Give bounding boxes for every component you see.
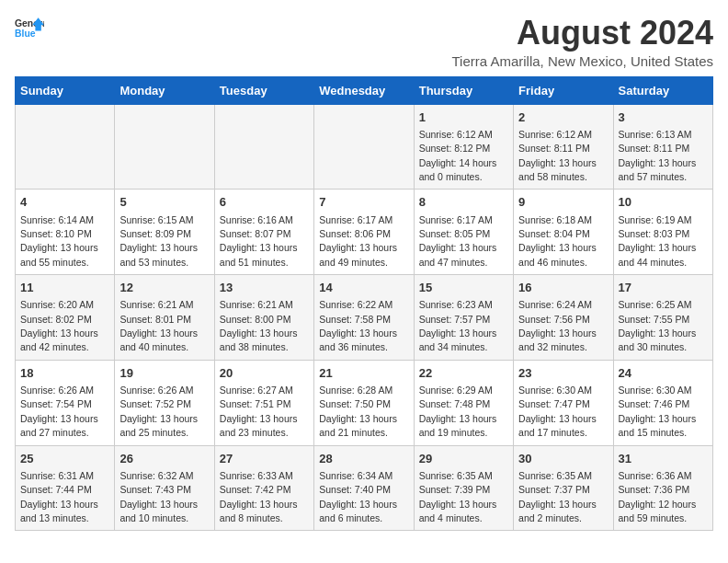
col-thursday: Thursday <box>414 76 513 104</box>
day-info: Sunrise: 6:19 AM Sunset: 8:03 PM Dayligh… <box>619 214 697 268</box>
table-row: 21Sunrise: 6:28 AM Sunset: 7:50 PM Dayli… <box>314 360 414 445</box>
day-info: Sunrise: 6:31 AM Sunset: 7:44 PM Dayligh… <box>20 470 98 523</box>
day-number: 23 <box>518 365 608 382</box>
day-number: 2 <box>518 109 608 126</box>
table-row: 28Sunrise: 6:34 AM Sunset: 7:40 PM Dayli… <box>314 445 414 531</box>
day-info: Sunrise: 6:32 AM Sunset: 7:43 PM Dayligh… <box>119 470 198 523</box>
table-row: 18Sunrise: 6:26 AM Sunset: 7:54 PM Dayli… <box>16 360 115 445</box>
table-row <box>115 104 214 190</box>
table-row: 26Sunrise: 6:32 AM Sunset: 7:43 PM Dayli… <box>115 445 214 531</box>
table-row: 15Sunrise: 6:23 AM Sunset: 7:57 PM Dayli… <box>414 275 513 361</box>
day-info: Sunrise: 6:30 AM Sunset: 7:47 PM Dayligh… <box>518 385 597 438</box>
table-row: 11Sunrise: 6:20 AM Sunset: 8:02 PM Dayli… <box>16 275 115 361</box>
day-number: 21 <box>319 365 408 382</box>
day-info: Sunrise: 6:23 AM Sunset: 7:57 PM Dayligh… <box>419 299 497 352</box>
table-row: 17Sunrise: 6:25 AM Sunset: 7:55 PM Dayli… <box>613 275 712 361</box>
day-number: 17 <box>619 280 708 296</box>
day-number: 8 <box>419 194 508 211</box>
page-title: August 2024 <box>451 15 713 52</box>
table-row: 10Sunrise: 6:19 AM Sunset: 8:03 PM Dayli… <box>613 190 712 275</box>
table-row: 2Sunrise: 6:12 AM Sunset: 8:11 PM Daylig… <box>514 104 613 190</box>
day-number: 27 <box>220 451 309 467</box>
table-row <box>16 104 115 190</box>
calendar-week-row: 18Sunrise: 6:26 AM Sunset: 7:54 PM Dayli… <box>16 360 713 445</box>
calendar-week-row: 4Sunrise: 6:14 AM Sunset: 8:10 PM Daylig… <box>16 190 713 275</box>
table-row: 25Sunrise: 6:31 AM Sunset: 7:44 PM Dayli… <box>16 445 115 531</box>
day-info: Sunrise: 6:12 AM Sunset: 8:11 PM Dayligh… <box>518 129 597 182</box>
day-number: 4 <box>20 194 109 211</box>
calendar-header-row: Sunday Monday Tuesday Wednesday Thursday… <box>16 76 713 104</box>
col-wednesday: Wednesday <box>314 76 414 104</box>
day-info: Sunrise: 6:21 AM Sunset: 8:01 PM Dayligh… <box>119 299 198 352</box>
day-info: Sunrise: 6:35 AM Sunset: 7:37 PM Dayligh… <box>518 470 597 523</box>
table-row: 8Sunrise: 6:17 AM Sunset: 8:05 PM Daylig… <box>414 190 513 275</box>
calendar-week-row: 1Sunrise: 6:12 AM Sunset: 8:12 PM Daylig… <box>16 104 713 190</box>
day-number: 15 <box>419 280 508 296</box>
table-row: 20Sunrise: 6:27 AM Sunset: 7:51 PM Dayli… <box>214 360 313 445</box>
day-number: 13 <box>220 280 309 296</box>
generalblue-logo-icon: General Blue <box>15 15 44 40</box>
day-number: 7 <box>319 194 408 211</box>
day-info: Sunrise: 6:22 AM Sunset: 7:58 PM Dayligh… <box>319 299 397 352</box>
day-info: Sunrise: 6:35 AM Sunset: 7:39 PM Dayligh… <box>419 470 497 523</box>
day-number: 3 <box>619 109 708 126</box>
day-number: 29 <box>419 451 508 467</box>
day-number: 6 <box>220 194 309 211</box>
day-info: Sunrise: 6:20 AM Sunset: 8:02 PM Dayligh… <box>20 299 98 352</box>
day-number: 12 <box>119 280 209 296</box>
day-info: Sunrise: 6:24 AM Sunset: 7:56 PM Dayligh… <box>518 299 597 352</box>
calendar-week-row: 25Sunrise: 6:31 AM Sunset: 7:44 PM Dayli… <box>16 445 713 531</box>
day-info: Sunrise: 6:13 AM Sunset: 8:11 PM Dayligh… <box>619 129 697 182</box>
day-info: Sunrise: 6:28 AM Sunset: 7:50 PM Dayligh… <box>319 385 397 438</box>
table-row: 24Sunrise: 6:30 AM Sunset: 7:46 PM Dayli… <box>613 360 712 445</box>
table-row: 19Sunrise: 6:26 AM Sunset: 7:52 PM Dayli… <box>115 360 214 445</box>
table-row: 12Sunrise: 6:21 AM Sunset: 8:01 PM Dayli… <box>115 275 214 361</box>
day-number: 31 <box>619 451 708 467</box>
day-info: Sunrise: 6:12 AM Sunset: 8:12 PM Dayligh… <box>419 129 497 182</box>
table-row: 3Sunrise: 6:13 AM Sunset: 8:11 PM Daylig… <box>613 104 712 190</box>
col-sunday: Sunday <box>16 76 115 104</box>
table-row: 4Sunrise: 6:14 AM Sunset: 8:10 PM Daylig… <box>16 190 115 275</box>
table-row: 30Sunrise: 6:35 AM Sunset: 7:37 PM Dayli… <box>514 445 613 531</box>
table-row: 31Sunrise: 6:36 AM Sunset: 7:36 PM Dayli… <box>613 445 712 531</box>
day-info: Sunrise: 6:17 AM Sunset: 8:05 PM Dayligh… <box>419 214 497 268</box>
table-row: 9Sunrise: 6:18 AM Sunset: 8:04 PM Daylig… <box>514 190 613 275</box>
col-friday: Friday <box>514 76 613 104</box>
day-info: Sunrise: 6:17 AM Sunset: 8:06 PM Dayligh… <box>319 214 397 268</box>
col-monday: Monday <box>115 76 214 104</box>
day-info: Sunrise: 6:26 AM Sunset: 7:54 PM Dayligh… <box>20 385 98 438</box>
day-number: 5 <box>119 194 209 211</box>
logo: General Blue <box>15 15 44 40</box>
table-row: 29Sunrise: 6:35 AM Sunset: 7:39 PM Dayli… <box>414 445 513 531</box>
day-number: 25 <box>20 451 109 467</box>
day-number: 22 <box>419 365 508 382</box>
calendar-week-row: 11Sunrise: 6:20 AM Sunset: 8:02 PM Dayli… <box>16 275 713 361</box>
day-info: Sunrise: 6:29 AM Sunset: 7:48 PM Dayligh… <box>419 385 497 438</box>
day-number: 1 <box>419 109 508 126</box>
day-number: 10 <box>619 194 708 211</box>
table-row: 16Sunrise: 6:24 AM Sunset: 7:56 PM Dayli… <box>514 275 613 361</box>
day-info: Sunrise: 6:30 AM Sunset: 7:46 PM Dayligh… <box>619 385 697 438</box>
day-number: 9 <box>518 194 608 211</box>
day-number: 14 <box>319 280 408 296</box>
title-area: August 2024 Tierra Amarilla, New Mexico,… <box>451 15 713 69</box>
table-row <box>314 104 414 190</box>
col-saturday: Saturday <box>613 76 712 104</box>
table-row: 7Sunrise: 6:17 AM Sunset: 8:06 PM Daylig… <box>314 190 414 275</box>
day-number: 19 <box>119 365 209 382</box>
col-tuesday: Tuesday <box>214 76 313 104</box>
day-number: 30 <box>518 451 608 467</box>
day-info: Sunrise: 6:36 AM Sunset: 7:36 PM Dayligh… <box>619 470 697 523</box>
table-row: 23Sunrise: 6:30 AM Sunset: 7:47 PM Dayli… <box>514 360 613 445</box>
day-info: Sunrise: 6:25 AM Sunset: 7:55 PM Dayligh… <box>619 299 697 352</box>
header: General Blue August 2024 Tierra Amarilla… <box>15 15 713 69</box>
day-info: Sunrise: 6:16 AM Sunset: 8:07 PM Dayligh… <box>220 214 298 268</box>
day-number: 24 <box>619 365 708 382</box>
table-row: 22Sunrise: 6:29 AM Sunset: 7:48 PM Dayli… <box>414 360 513 445</box>
day-info: Sunrise: 6:34 AM Sunset: 7:40 PM Dayligh… <box>319 470 397 523</box>
table-row: 5Sunrise: 6:15 AM Sunset: 8:09 PM Daylig… <box>115 190 214 275</box>
table-row: 6Sunrise: 6:16 AM Sunset: 8:07 PM Daylig… <box>214 190 313 275</box>
table-row: 14Sunrise: 6:22 AM Sunset: 7:58 PM Dayli… <box>314 275 414 361</box>
day-info: Sunrise: 6:18 AM Sunset: 8:04 PM Dayligh… <box>518 214 597 268</box>
table-row <box>214 104 313 190</box>
